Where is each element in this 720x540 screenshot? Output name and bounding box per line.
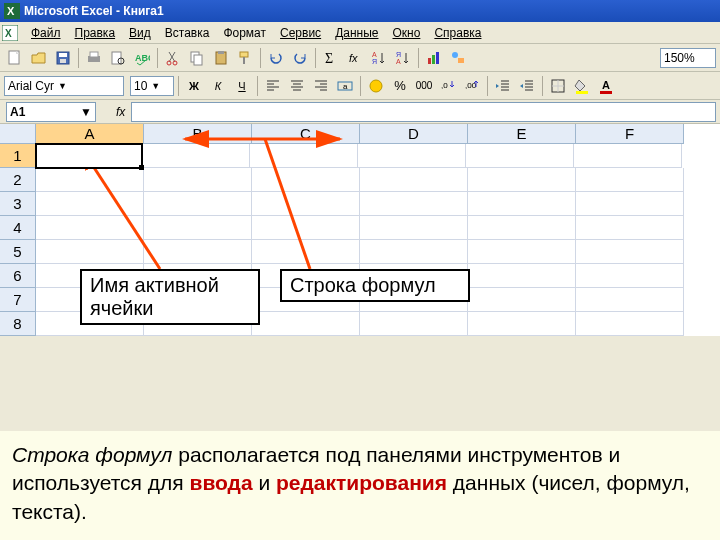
align-left-icon[interactable] xyxy=(262,75,284,97)
cell[interactable] xyxy=(360,168,468,192)
cell[interactable] xyxy=(468,192,576,216)
undo-icon[interactable] xyxy=(265,47,287,69)
function-icon[interactable]: fx xyxy=(344,47,366,69)
redo-icon[interactable] xyxy=(289,47,311,69)
menu-view[interactable]: Вид xyxy=(122,24,158,42)
cell[interactable] xyxy=(576,216,684,240)
col-header-a[interactable]: A xyxy=(36,124,144,144)
cell[interactable] xyxy=(360,240,468,264)
thousands-icon[interactable]: 000 xyxy=(413,75,435,97)
paste-icon[interactable] xyxy=(210,47,232,69)
menu-insert[interactable]: Вставка xyxy=(158,24,217,42)
print-icon[interactable] xyxy=(83,47,105,69)
row-header-7[interactable]: 7 xyxy=(0,288,36,312)
cell[interactable] xyxy=(144,192,252,216)
currency-icon[interactable] xyxy=(365,75,387,97)
cell[interactable] xyxy=(468,240,576,264)
increase-indent-icon[interactable] xyxy=(516,75,538,97)
cell[interactable] xyxy=(144,168,252,192)
cell[interactable] xyxy=(576,168,684,192)
cell[interactable] xyxy=(252,240,360,264)
formula-bar-input[interactable] xyxy=(131,102,716,122)
cell-a1[interactable] xyxy=(35,143,143,169)
cell[interactable] xyxy=(36,168,144,192)
fx-label[interactable]: fx xyxy=(116,105,125,119)
cell[interactable] xyxy=(142,144,250,168)
cell[interactable] xyxy=(144,240,252,264)
font-name-combo[interactable]: Arial Cyr▼ xyxy=(4,76,124,96)
cell[interactable] xyxy=(360,216,468,240)
menu-help[interactable]: Справка xyxy=(427,24,488,42)
cell[interactable] xyxy=(468,312,576,336)
drawing-icon[interactable] xyxy=(447,47,469,69)
zoom-combo[interactable]: 150% xyxy=(660,48,716,68)
name-box[interactable]: A1 ▼ xyxy=(6,102,96,122)
print-preview-icon[interactable] xyxy=(107,47,129,69)
cell[interactable] xyxy=(468,216,576,240)
borders-icon[interactable] xyxy=(547,75,569,97)
decrease-decimal-icon[interactable]: ,00 xyxy=(461,75,483,97)
cell[interactable] xyxy=(468,168,576,192)
new-doc-icon[interactable] xyxy=(4,47,26,69)
menu-file[interactable]: Файл xyxy=(24,24,68,42)
col-header-b[interactable]: B xyxy=(144,124,252,144)
spellcheck-icon[interactable]: ABC xyxy=(131,47,153,69)
percent-icon[interactable]: % xyxy=(389,75,411,97)
autosum-icon[interactable]: Σ xyxy=(320,47,342,69)
cell[interactable] xyxy=(576,264,684,288)
cell[interactable] xyxy=(574,144,682,168)
bold-button[interactable]: Ж xyxy=(183,75,205,97)
cell[interactable] xyxy=(576,192,684,216)
decrease-indent-icon[interactable] xyxy=(492,75,514,97)
menu-data[interactable]: Данные xyxy=(328,24,385,42)
copy-icon[interactable] xyxy=(186,47,208,69)
sort-asc-icon[interactable]: АЯ xyxy=(368,47,390,69)
font-size-combo[interactable]: 10▼ xyxy=(130,76,174,96)
menu-window[interactable]: Окно xyxy=(385,24,427,42)
cell[interactable] xyxy=(252,168,360,192)
cell[interactable] xyxy=(252,216,360,240)
row-header-8[interactable]: 8 xyxy=(0,312,36,336)
fill-color-icon[interactable] xyxy=(571,75,593,97)
cell[interactable] xyxy=(466,144,574,168)
cell[interactable] xyxy=(250,144,358,168)
cell[interactable] xyxy=(358,144,466,168)
cell[interactable] xyxy=(144,216,252,240)
cell[interactable] xyxy=(36,216,144,240)
menu-edit[interactable]: Правка xyxy=(68,24,123,42)
cell[interactable] xyxy=(36,192,144,216)
italic-button[interactable]: К xyxy=(207,75,229,97)
row-header-3[interactable]: 3 xyxy=(0,192,36,216)
cell[interactable] xyxy=(576,240,684,264)
merge-center-icon[interactable]: a xyxy=(334,75,356,97)
cell[interactable] xyxy=(252,312,360,336)
cell[interactable] xyxy=(360,312,468,336)
increase-decimal-icon[interactable]: ,0 xyxy=(437,75,459,97)
cell[interactable] xyxy=(252,192,360,216)
col-header-f[interactable]: F xyxy=(576,124,684,144)
cell[interactable] xyxy=(576,312,684,336)
align-center-icon[interactable] xyxy=(286,75,308,97)
sort-desc-icon[interactable]: ЯА xyxy=(392,47,414,69)
menu-format[interactable]: Формат xyxy=(216,24,273,42)
save-icon[interactable] xyxy=(52,47,74,69)
underline-button[interactable]: Ч xyxy=(231,75,253,97)
cell[interactable] xyxy=(360,192,468,216)
open-icon[interactable] xyxy=(28,47,50,69)
cut-icon[interactable] xyxy=(162,47,184,69)
format-painter-icon[interactable] xyxy=(234,47,256,69)
row-header-1[interactable]: 1 xyxy=(0,144,36,168)
col-header-e[interactable]: E xyxy=(468,124,576,144)
select-all-corner[interactable] xyxy=(0,124,36,144)
cell[interactable] xyxy=(576,288,684,312)
row-header-2[interactable]: 2 xyxy=(0,168,36,192)
row-header-5[interactable]: 5 xyxy=(0,240,36,264)
font-color-icon[interactable]: A xyxy=(595,75,617,97)
row-header-4[interactable]: 4 xyxy=(0,216,36,240)
col-header-c[interactable]: C xyxy=(252,124,360,144)
col-header-d[interactable]: D xyxy=(360,124,468,144)
cell[interactable] xyxy=(468,264,576,288)
cell[interactable] xyxy=(36,240,144,264)
chart-icon[interactable] xyxy=(423,47,445,69)
cell[interactable] xyxy=(468,288,576,312)
